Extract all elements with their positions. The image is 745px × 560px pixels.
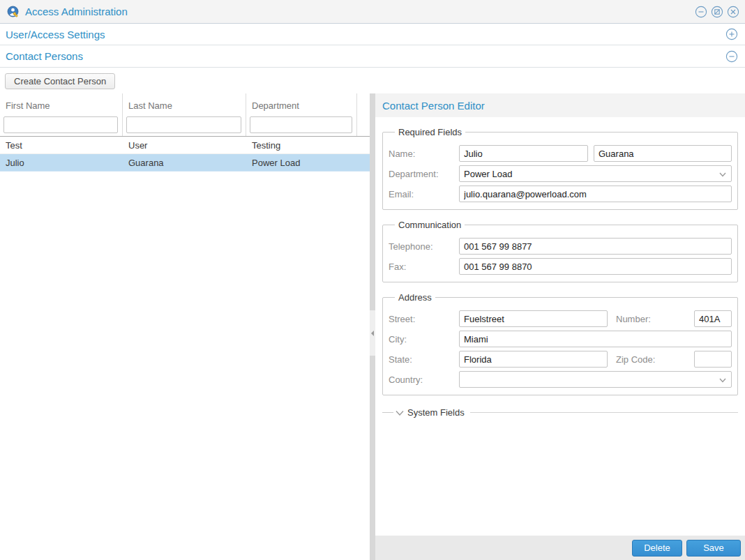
fax-label: Fax:	[389, 262, 459, 272]
zip-code-label: Zip Code:	[616, 354, 694, 365]
save-button[interactable]: Save	[686, 540, 741, 557]
department-row: Department: Power Load	[389, 165, 732, 182]
splitter-collapse-handle[interactable]	[370, 310, 375, 356]
contact-table: First Name Last Name Department Test Use…	[0, 93, 370, 560]
cell-department: Power Load	[246, 158, 370, 168]
system-fields-label: System Fields	[407, 407, 465, 418]
create-contact-person-button[interactable]: Create Contact Person	[5, 73, 115, 89]
name-label: Name:	[389, 149, 459, 159]
close-icon[interactable]	[727, 6, 739, 18]
required-fields-legend: Required Fields	[395, 127, 465, 137]
window-title: Access Administration	[25, 6, 128, 17]
communication-group: Communication Telephone: Fax:	[382, 220, 738, 282]
email-field[interactable]	[459, 186, 732, 202]
collapse-left-icon	[371, 331, 374, 336]
minimize-icon[interactable]	[695, 6, 707, 18]
fax-field[interactable]	[459, 258, 732, 275]
address-group: Address Street: Number: City: State:	[382, 292, 738, 395]
email-label: Email:	[389, 189, 459, 199]
column-department-label: Department	[246, 98, 356, 116]
address-legend: Address	[395, 292, 435, 303]
editor-header: Contact Person Editor	[375, 93, 745, 117]
state-row: State: Zip Code:	[389, 351, 732, 368]
chevron-down-icon[interactable]	[395, 409, 405, 417]
section-contact-persons-label: Contact Persons	[6, 50, 83, 62]
telephone-row: Telephone:	[389, 238, 732, 255]
system-fields-toggle[interactable]: System Fields	[382, 405, 738, 419]
contact-persons-main: First Name Last Name Department Test Use…	[0, 93, 745, 560]
number-field[interactable]	[694, 310, 732, 327]
cell-last-name: User	[123, 140, 246, 151]
section-contact-persons[interactable]: Contact Persons	[0, 45, 745, 68]
section-user-access-settings[interactable]: User/Access Settings	[0, 24, 745, 45]
plus-circle-icon[interactable]	[725, 28, 738, 40]
cell-last-name: Guarana	[123, 158, 246, 168]
department-select-value: Power Load	[464, 169, 512, 179]
state-field[interactable]	[459, 351, 608, 368]
name-row: Name:	[389, 145, 732, 162]
delete-button[interactable]: Delete	[632, 540, 682, 557]
window-title-bar: Access Administration	[0, 0, 745, 24]
city-label: City:	[389, 334, 459, 345]
number-label: Number:	[616, 314, 694, 324]
country-select[interactable]	[459, 371, 732, 388]
window-controls	[695, 6, 739, 18]
email-row: Email:	[389, 186, 732, 202]
column-last-name: Last Name	[123, 93, 246, 136]
cell-first-name: Test	[0, 140, 123, 151]
street-label: Street:	[389, 314, 459, 324]
editor-footer: Delete Save	[375, 536, 745, 560]
street-row: Street: Number:	[389, 310, 732, 327]
fax-row: Fax:	[389, 258, 732, 275]
system-fields-dash	[382, 412, 393, 413]
first-name-filter-input[interactable]	[3, 116, 118, 133]
telephone-label: Telephone:	[389, 241, 459, 252]
minus-circle-icon[interactable]	[725, 50, 738, 63]
telephone-field[interactable]	[459, 238, 732, 255]
zip-code-field[interactable]	[694, 351, 732, 368]
last-name-filter-input[interactable]	[126, 116, 241, 133]
panel-splitter[interactable]	[370, 93, 375, 560]
access-administration-icon	[7, 6, 20, 18]
contact-persons-toolbar: Create Contact Person	[0, 68, 745, 93]
chevron-down-icon	[718, 376, 727, 386]
column-last-name-label: Last Name	[123, 98, 246, 116]
chevron-down-icon	[718, 170, 727, 181]
last-name-field[interactable]	[594, 145, 732, 162]
column-department: Department	[246, 93, 357, 136]
editor-body: Required Fields Name: Department: Power …	[375, 117, 745, 560]
department-filter-input[interactable]	[250, 116, 352, 133]
table-row[interactable]: Test User Testing	[0, 137, 370, 154]
communication-legend: Communication	[395, 220, 465, 230]
department-label: Department:	[389, 169, 459, 179]
system-fields-rule	[470, 412, 738, 413]
city-field[interactable]	[459, 331, 732, 347]
first-name-field[interactable]	[459, 145, 588, 162]
state-label: State:	[389, 354, 459, 365]
country-row: Country:	[389, 371, 732, 388]
section-user-access-label: User/Access Settings	[6, 29, 105, 40]
contact-person-editor-panel: Contact Person Editor Required Fields Na…	[375, 93, 745, 560]
required-fields-group: Required Fields Name: Department: Power …	[382, 127, 738, 210]
street-field[interactable]	[459, 310, 608, 327]
restore-icon[interactable]	[711, 6, 723, 18]
table-row-selected[interactable]: Julio Guarana Power Load	[0, 154, 370, 172]
city-row: City:	[389, 331, 732, 347]
cell-department: Testing	[246, 140, 370, 151]
column-first-name: First Name	[0, 93, 123, 136]
access-administration-window: Access Administration User/Access Settin…	[0, 0, 745, 560]
cell-first-name: Julio	[0, 158, 123, 168]
department-select[interactable]: Power Load	[459, 165, 732, 182]
column-first-name-label: First Name	[0, 98, 122, 116]
table-header-gutter	[357, 93, 370, 136]
contact-table-header: First Name Last Name Department	[0, 93, 370, 137]
editor-title: Contact Person Editor	[382, 100, 485, 112]
country-label: Country:	[389, 374, 459, 385]
